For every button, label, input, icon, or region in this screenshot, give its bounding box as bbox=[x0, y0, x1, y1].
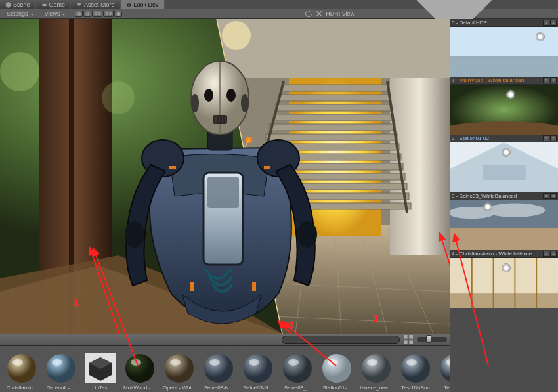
svg-point-110 bbox=[450, 121, 558, 135]
hdri-preview[interactable] bbox=[450, 258, 558, 308]
hdri-options-button[interactable]: ≡ bbox=[543, 20, 549, 26]
sphere-preview bbox=[85, 353, 116, 383]
svg-rect-74 bbox=[409, 335, 413, 339]
hdri-thumb[interactable]: Test1NoSun bbox=[399, 353, 432, 391]
view-mode-single-1[interactable] bbox=[75, 11, 83, 17]
hdri-thumb[interactable]: Station01-... bbox=[320, 353, 353, 391]
hdri-thumb[interactable]: Seine03-N... bbox=[202, 353, 235, 391]
hdri-options-button[interactable]: ≡ bbox=[543, 251, 549, 257]
hdri-close-button[interactable]: × bbox=[550, 135, 557, 141]
thumb-label: MuirWood - ... bbox=[123, 385, 156, 391]
view-mode-split-v[interactable] bbox=[103, 11, 114, 17]
svg-point-78 bbox=[12, 359, 23, 366]
hdri-thumb[interactable]: terrace_nea... bbox=[360, 353, 393, 391]
views-dropdown[interactable]: Views bbox=[41, 10, 70, 18]
thumb-label: Christiansh... bbox=[5, 385, 38, 391]
hdri-options-button[interactable]: ≡ bbox=[543, 135, 549, 141]
hdri-side-list: 0 - DefaultHDRI ≡ × 1 - MuirWood - White… bbox=[450, 19, 558, 392]
thumb-label: Gareoult - ... bbox=[45, 385, 77, 391]
view-mode-dot[interactable] bbox=[114, 11, 122, 17]
tab-asset-store[interactable]: Asset Store bbox=[71, 0, 121, 9]
hdri-thumbnail-shelf: Christiansh... Gareoult - ... LibTest Mu… bbox=[0, 345, 450, 392]
sun-icon[interactable] bbox=[506, 90, 515, 99]
hdri-slot[interactable]: 4 - Christianshavn - White balance ≡ × bbox=[450, 250, 558, 308]
svg-point-60 bbox=[191, 94, 199, 112]
hdri-slot[interactable]: 1 - MuirWood - White balanced ≡ × bbox=[450, 77, 558, 135]
hdri-thumb[interactable]: Christiansh... bbox=[5, 353, 38, 391]
thumb-label: terrace_nea... bbox=[360, 385, 393, 391]
tab-scene[interactable]: Scene bbox=[0, 0, 36, 9]
hdri-name: 4 - Christianshavn - White balance bbox=[452, 251, 532, 257]
hdri-thumb[interactable]: Opera - Whi... bbox=[163, 353, 196, 391]
sun-icon[interactable] bbox=[502, 148, 511, 157]
hdri-close-button[interactable]: × bbox=[550, 251, 557, 257]
svg-rect-28 bbox=[279, 95, 389, 101]
annotation-1: 1 bbox=[74, 297, 79, 308]
svg-rect-107 bbox=[450, 57, 558, 77]
look-dev-viewport[interactable]: 1 2 3 bbox=[0, 19, 450, 334]
thumb-label: LibTest bbox=[84, 385, 117, 391]
hdri-slot[interactable]: 3 - Seine03_WhiteBalanced ≡ × bbox=[450, 192, 558, 250]
refresh-icon[interactable] bbox=[305, 10, 312, 18]
sphere-preview bbox=[361, 353, 391, 383]
close-icon[interactable] bbox=[315, 10, 323, 18]
sphere-preview bbox=[125, 353, 155, 383]
hdri-thumb[interactable]: Seine03_... bbox=[281, 353, 314, 391]
svg-point-84 bbox=[125, 354, 154, 383]
hdri-name: 0 - DefaultHDRI bbox=[452, 20, 488, 26]
hdri-header: 3 - Seine03_WhiteBalanced ≡ × bbox=[450, 192, 558, 200]
hdri-thumb[interactable]: MuirWood - ... bbox=[123, 353, 156, 391]
svg-point-92 bbox=[283, 354, 312, 383]
hdri-preview[interactable] bbox=[450, 142, 558, 192]
svg-point-93 bbox=[288, 359, 299, 366]
hdri-close-button[interactable]: × bbox=[550, 77, 557, 83]
view-mode-single-2[interactable] bbox=[83, 11, 91, 17]
svg-point-54 bbox=[226, 89, 236, 102]
hdri-preview[interactable] bbox=[450, 27, 558, 77]
svg-rect-123 bbox=[450, 293, 558, 308]
hdri-preview[interactable] bbox=[450, 200, 558, 250]
hdri-thumb[interactable]: LibTest bbox=[84, 353, 117, 391]
grid-view-icon[interactable] bbox=[404, 335, 413, 344]
hdri-close-button[interactable]: × bbox=[550, 193, 557, 199]
hdri-preview[interactable] bbox=[450, 85, 558, 135]
hdri-thumb[interactable]: Gareoult - ... bbox=[45, 353, 77, 391]
eye-icon bbox=[126, 2, 132, 8]
thumb-label: Opera - Whi... bbox=[163, 385, 196, 391]
views-label: Views bbox=[45, 11, 60, 17]
sphere-preview bbox=[243, 353, 273, 383]
svg-rect-67 bbox=[264, 166, 270, 169]
svg-rect-31 bbox=[269, 124, 395, 131]
sun-icon[interactable] bbox=[483, 202, 492, 211]
sphere-preview bbox=[322, 353, 352, 383]
hdri-options-button[interactable]: ≡ bbox=[543, 77, 549, 83]
tab-label: Scene bbox=[13, 1, 30, 8]
svg-rect-115 bbox=[450, 228, 558, 250]
tab-look-dev[interactable]: Look Dev bbox=[121, 0, 165, 9]
svg-point-90 bbox=[244, 354, 272, 383]
tab-label: Game bbox=[49, 1, 66, 8]
settings-label: Settings bbox=[7, 11, 28, 17]
svg-point-89 bbox=[209, 359, 220, 366]
svg-rect-113 bbox=[483, 165, 526, 180]
hdri-close-button[interactable]: × bbox=[550, 20, 557, 26]
sun-icon[interactable] bbox=[502, 263, 511, 272]
svg-point-80 bbox=[52, 359, 62, 366]
hdri-slot[interactable]: 0 - DefaultHDRI ≡ × bbox=[450, 19, 558, 77]
hdri-header: 0 - DefaultHDRI ≡ × bbox=[450, 19, 558, 27]
tab-label: Look Dev bbox=[134, 1, 159, 8]
thumb-size-slider[interactable] bbox=[417, 337, 447, 342]
sphere-preview bbox=[400, 353, 431, 383]
sun-icon[interactable] bbox=[536, 32, 545, 41]
view-mode-split-h[interactable] bbox=[92, 11, 102, 17]
settings-dropdown[interactable]: Settings bbox=[3, 10, 38, 18]
hdri-slot[interactable]: 2 - Station01-02 ≡ × bbox=[450, 135, 558, 192]
sphere-preview bbox=[7, 353, 37, 383]
hdri-thumb[interactable]: Seine03-N... bbox=[242, 353, 274, 391]
hdri-options-button[interactable]: ≡ bbox=[543, 193, 549, 199]
search-input[interactable] bbox=[282, 336, 400, 344]
tab-game[interactable]: Game bbox=[36, 0, 72, 9]
svg-point-64 bbox=[125, 221, 144, 248]
svg-rect-30 bbox=[272, 114, 393, 121]
svg-point-11 bbox=[0, 52, 39, 91]
